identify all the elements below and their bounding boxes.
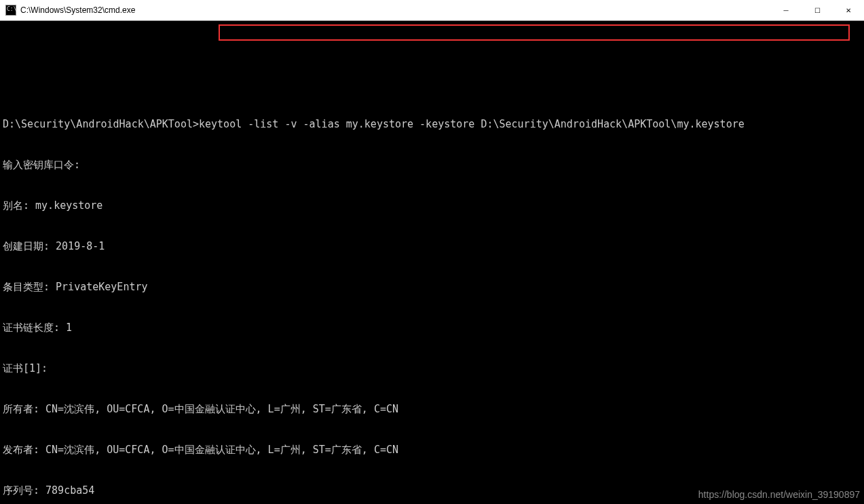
watermark-text: https://blog.csdn.net/weixin_39190897	[698, 488, 860, 501]
output-entry-type: 条目类型: PrivateKeyEntry	[3, 280, 861, 294]
close-button[interactable]: ✕	[833, 0, 864, 20]
window-titlebar: C:\Windows\System32\cmd.exe ─ ☐ ✕	[0, 0, 864, 21]
prompt-text: D:\Security\AndroidHack\APKTool>	[3, 118, 199, 130]
output-issuer: 发布者: CN=沈滨伟, OU=CFCA, O=中国金融认证中心, L=广州, …	[3, 443, 861, 457]
output-cert1: 证书[1]:	[3, 362, 861, 375]
output-alias: 别名: my.keystore	[3, 199, 861, 212]
minimize-button[interactable]: ─	[770, 0, 802, 20]
maximize-button[interactable]: ☐	[802, 0, 833, 20]
terminal-area[interactable]: D:\Security\AndroidHack\APKTool>keytool …	[0, 21, 864, 504]
output-owner: 所有者: CN=沈滨伟, OU=CFCA, O=中国金融认证中心, L=广州, …	[3, 402, 861, 416]
prompt-line-1: D:\Security\AndroidHack\APKTool>keytool …	[3, 117, 861, 131]
window-title: C:\Windows\System32\cmd.exe	[20, 5, 770, 15]
blank-line	[3, 77, 861, 90]
window-buttons: ─ ☐ ✕	[770, 0, 864, 20]
cmd-icon	[5, 5, 16, 16]
output-created: 创建日期: 2019-8-1	[3, 239, 861, 253]
output-enter-password: 输入密钥库口令:	[3, 158, 861, 172]
command-text: keytool -list -v -alias my.keystore -key…	[199, 118, 745, 130]
highlight-box	[219, 24, 850, 41]
output-chain-length: 证书链长度: 1	[3, 321, 861, 334]
